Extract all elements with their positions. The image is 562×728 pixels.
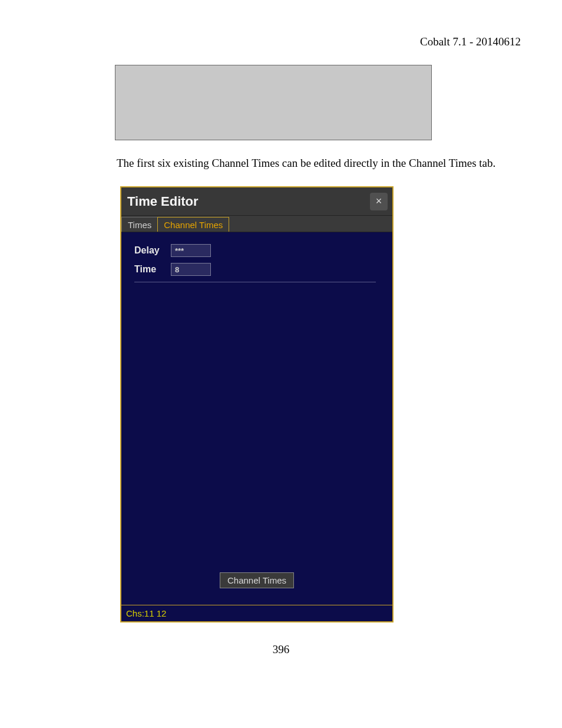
status-bar: Chs:11 12	[121, 605, 392, 621]
time-row: Time 8	[134, 263, 382, 276]
status-text: Chs:11 12	[126, 608, 166, 618]
delay-label: Delay	[134, 245, 171, 256]
delay-input[interactable]: ***	[171, 244, 211, 257]
tab-row: Times Channel Times	[121, 216, 392, 232]
close-icon: ×	[376, 195, 382, 207]
tab-channel-times[interactable]: Channel Times	[157, 217, 229, 232]
time-input[interactable]: 8	[171, 263, 211, 276]
close-button[interactable]: ×	[370, 193, 388, 210]
doc-header: Cobalt 7.1 - 20140612	[41, 35, 521, 48]
tab-times[interactable]: Times	[121, 217, 158, 232]
delay-row: Delay ***	[134, 244, 382, 257]
titlebar: Time Editor ×	[121, 187, 392, 216]
page-number: 396	[0, 643, 562, 656]
time-label: Time	[134, 264, 171, 275]
placeholder-box	[115, 65, 432, 140]
bottom-tab-holder: Channel Times	[220, 572, 294, 588]
time-editor-window: Time Editor × Times Channel Times Delay …	[120, 186, 394, 622]
bottom-tab-channel-times[interactable]: Channel Times	[220, 572, 294, 588]
window-title: Time Editor	[127, 194, 199, 209]
divider-line	[134, 282, 376, 282]
caption-text: The first six existing Channel Times can…	[117, 157, 521, 170]
content-area: Delay *** Time 8 Channel Times	[121, 232, 392, 605]
